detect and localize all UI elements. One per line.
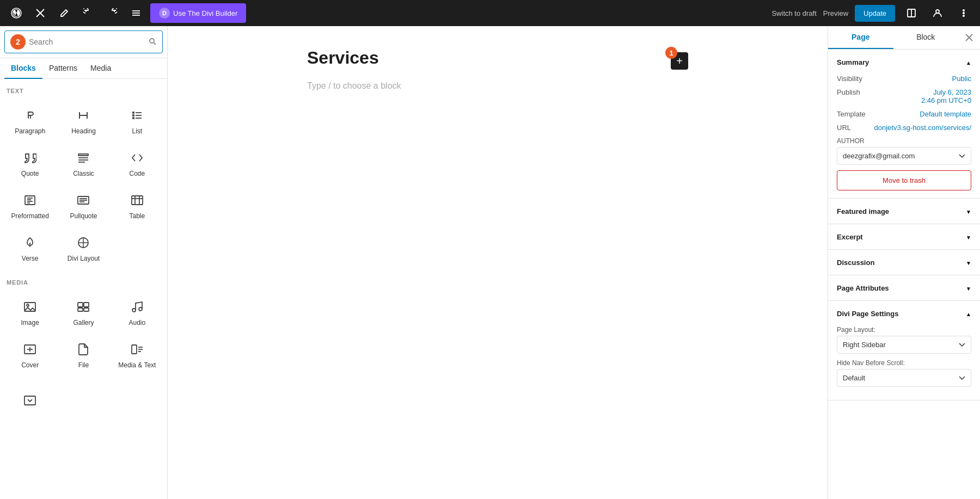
editor-placeholder[interactable]: Type / to choose a block <box>307 81 688 91</box>
edit-button[interactable] <box>54 3 74 23</box>
close-button[interactable] <box>30 3 50 23</box>
audio-label: Audio <box>128 319 145 326</box>
verse-icon <box>23 236 36 251</box>
plus-icon: + <box>676 56 683 66</box>
right-panel: Page Block Summary Visibility Public Pub <box>828 26 980 499</box>
undo-button[interactable] <box>78 3 98 23</box>
block-audio[interactable]: Audio <box>112 292 163 332</box>
template-row: Template Default template <box>837 110 971 118</box>
preformatted-icon <box>23 194 36 209</box>
visibility-value[interactable]: Public <box>952 75 971 83</box>
media-text-label: Media & Text <box>118 361 156 369</box>
summary-section: Summary Visibility Public Publish July 6… <box>828 50 980 199</box>
featured-image-title: Featured image <box>837 207 889 215</box>
block-table[interactable]: Table <box>112 186 163 226</box>
block-pullquote[interactable]: Pullquote <box>58 186 109 226</box>
classic-icon <box>77 151 90 167</box>
block-classic[interactable]: Classic <box>58 143 109 183</box>
excerpt-header[interactable]: Excerpt <box>828 224 980 249</box>
table-label: Table <box>129 212 145 220</box>
svg-rect-22 <box>133 115 134 116</box>
cover-label: Cover <box>21 361 39 369</box>
block-code[interactable]: Code <box>112 143 163 183</box>
tab-page[interactable]: Page <box>828 26 893 49</box>
block-heading[interactable]: Heading <box>58 101 109 141</box>
switch-to-draft-button[interactable]: Switch to draft <box>771 9 816 17</box>
badge-1: 1 <box>665 47 677 59</box>
cover-icon <box>23 343 36 358</box>
block-tabs: Blocks Patterns Media <box>0 58 167 79</box>
page-attributes-title: Page Attributes <box>837 284 889 292</box>
tab-patterns[interactable]: Patterns <box>42 58 84 79</box>
file-icon <box>77 343 90 358</box>
template-value[interactable]: Default template <box>920 110 971 118</box>
update-button[interactable]: Update <box>855 5 895 22</box>
wp-logo-icon[interactable] <box>7 3 26 23</box>
hide-nav-select[interactable]: Default On Off <box>837 369 971 387</box>
gallery-label: Gallery <box>73 319 94 326</box>
move-to-trash-button[interactable]: Move to trash <box>837 170 971 190</box>
search-badge: 2 <box>10 34 26 50</box>
use-divi-builder-button[interactable]: D Use The Divi Builder <box>150 3 246 23</box>
classic-label: Classic <box>73 170 94 177</box>
media-text-icon <box>131 343 144 358</box>
svg-rect-47 <box>78 308 83 311</box>
panel-close-button[interactable] <box>958 26 980 49</box>
media-section-label: MEDIA <box>4 279 163 286</box>
divi-button-label: Use The Divi Builder <box>173 9 237 17</box>
block-gallery[interactable]: Gallery <box>58 292 109 332</box>
tab-blocks[interactable]: Blocks <box>4 58 42 79</box>
discussion-chevron-icon <box>966 257 971 267</box>
url-label: URL <box>837 124 851 132</box>
svg-rect-54 <box>132 345 137 354</box>
settings-button[interactable] <box>902 3 921 23</box>
featured-image-header[interactable]: Featured image <box>828 199 980 224</box>
block-media-text[interactable]: Media & Text <box>112 335 163 375</box>
author-select[interactable]: deezgrafix@gmail.com <box>837 147 971 165</box>
heading-label: Heading <box>71 127 96 135</box>
block-cover[interactable]: Cover <box>4 335 56 375</box>
blocks-content: TEXT Paragraph <box>0 79 167 499</box>
quote-label: Quote <box>21 170 39 177</box>
author-label: AUTHOR <box>837 137 971 145</box>
discussion-title: Discussion <box>837 258 874 267</box>
block-list[interactable]: List <box>112 101 163 141</box>
gallery-icon <box>77 300 90 316</box>
divi-layout-icon <box>77 236 90 251</box>
page-attributes-header[interactable]: Page Attributes <box>828 275 980 300</box>
svg-rect-58 <box>24 396 35 405</box>
list-view-button[interactable] <box>126 3 146 23</box>
page-layout-select[interactable]: Right Sidebar Left Sidebar Full Width No… <box>837 336 971 354</box>
search-input[interactable] <box>29 38 145 46</box>
redo-button[interactable] <box>102 3 122 23</box>
options-button[interactable] <box>954 3 973 23</box>
text-blocks-grid: Paragraph Heading <box>4 101 163 268</box>
editor-title[interactable]: Services <box>307 48 671 68</box>
preview-button[interactable]: Preview <box>823 9 848 17</box>
block-image[interactable]: Image <box>4 292 56 332</box>
svg-point-44 <box>27 304 29 306</box>
search-icon <box>148 37 157 47</box>
block-preformatted[interactable]: Preformatted <box>4 186 56 226</box>
publish-value[interactable]: July 6, 2023 2:46 pm UTC+0 <box>921 88 971 104</box>
search-input-wrapper: 2 <box>4 30 163 53</box>
divi-settings-header[interactable]: Divi Page Settings <box>828 301 980 326</box>
discussion-header[interactable]: Discussion <box>828 250 980 275</box>
summary-header[interactable]: Summary <box>828 50 980 75</box>
summary-content: Visibility Public Publish July 6, 2023 2… <box>828 75 980 198</box>
block-quote[interactable]: Quote <box>4 143 56 183</box>
svg-rect-23 <box>133 118 134 119</box>
author-block: AUTHOR deezgrafix@gmail.com <box>837 137 971 165</box>
block-verse[interactable]: Verse <box>4 228 56 268</box>
profile-button[interactable] <box>928 3 947 23</box>
block-divi-layout[interactable]: Divi Layout <box>58 228 109 268</box>
image-label: Image <box>21 319 39 326</box>
page-attributes-section: Page Attributes <box>828 275 980 301</box>
block-extra-1[interactable] <box>4 386 56 418</box>
block-file[interactable]: File <box>58 335 109 375</box>
tab-media[interactable]: Media <box>84 58 118 79</box>
url-value[interactable]: donjetv3.sg-host.com/services/ <box>874 124 971 132</box>
block-paragraph[interactable]: Paragraph <box>4 101 56 141</box>
publish-label: Publish <box>837 88 860 96</box>
tab-block[interactable]: Block <box>893 26 959 49</box>
